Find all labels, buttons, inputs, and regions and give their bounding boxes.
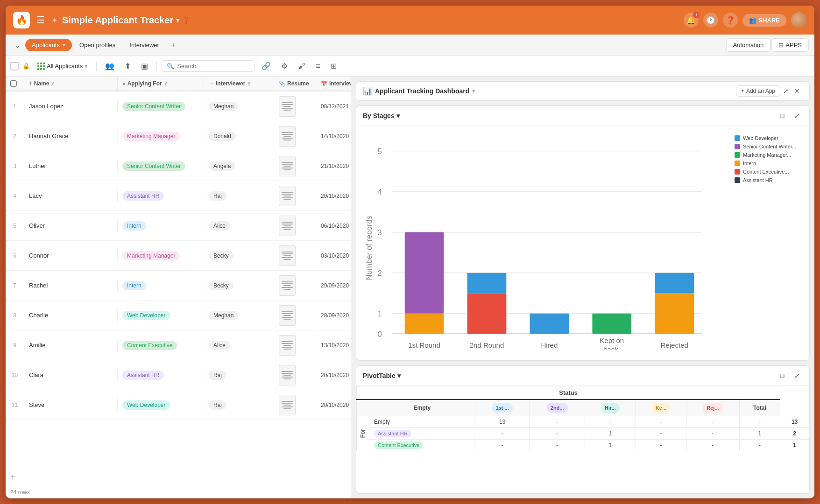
table-row[interactable]: 9 Amilie Content Executive Alice 13/10/2… bbox=[6, 330, 351, 360]
collapse-button[interactable]: ⌄ bbox=[11, 39, 24, 52]
th-t-icon: T bbox=[29, 81, 32, 86]
resume-line-4 bbox=[282, 227, 293, 228]
resume-icon bbox=[279, 245, 296, 266]
toolbar-filter-button[interactable]: ▣ bbox=[137, 60, 152, 72]
toolbar-export-button[interactable]: ⬆ bbox=[121, 60, 134, 72]
table-row[interactable]: 1 Jason Lopez Senior Content Writer Megh… bbox=[6, 91, 351, 121]
pivot-cell: - bbox=[686, 416, 740, 427]
row-resume[interactable] bbox=[274, 153, 316, 179]
chart-expand-icon[interactable]: ⤢ bbox=[792, 111, 803, 121]
row-resume[interactable] bbox=[274, 273, 316, 299]
table-row[interactable]: 4 Lacy Assistant HR Raj 20/10/2020 bbox=[6, 181, 351, 211]
header-checkbox[interactable] bbox=[10, 80, 17, 87]
add-tab-button[interactable]: + bbox=[167, 39, 180, 52]
resume-icon bbox=[279, 395, 296, 415]
row-resume[interactable] bbox=[274, 213, 316, 239]
notification-button[interactable]: 🔔 1 bbox=[684, 13, 699, 28]
pivot-cell: - bbox=[475, 427, 530, 439]
chart-container: 5 4 3 2 1 0 Number of records bbox=[356, 126, 809, 360]
row-resume[interactable] bbox=[274, 243, 316, 269]
toolbar-settings-button[interactable]: ⚙ bbox=[277, 60, 291, 72]
resume-line-1 bbox=[282, 162, 293, 163]
th-applying-sort[interactable]: ⊻ bbox=[164, 81, 167, 86]
add-app-button[interactable]: + Add an App bbox=[736, 85, 780, 97]
history-button[interactable]: 🕐 bbox=[703, 13, 718, 28]
resume-line-2 bbox=[282, 373, 293, 374]
pivot-cell: - bbox=[636, 416, 686, 427]
pivot-total-cell: 13 bbox=[780, 416, 809, 427]
hamburger-button[interactable]: ☰ bbox=[35, 13, 47, 28]
row-resume[interactable] bbox=[274, 332, 316, 358]
table-row[interactable]: 8 Charlie Web Developer Meghan 28/09/202… bbox=[6, 301, 351, 330]
th-applying: ● Applying For ⊻ bbox=[118, 77, 204, 91]
pivot-title[interactable]: PivotTable ▾ bbox=[363, 372, 401, 379]
th-resume-icon: 📎 bbox=[279, 81, 285, 87]
row-number: 7 bbox=[6, 280, 24, 292]
th-interviewer-sort[interactable]: ⊻ bbox=[247, 81, 250, 86]
toolbar-sort-button[interactable]: ≡ bbox=[312, 60, 324, 72]
toolbar-more-button[interactable]: ⊞ bbox=[327, 60, 340, 72]
pivot-title-text: PivotTable bbox=[363, 372, 396, 379]
share-button[interactable]: 👥 SHARE bbox=[742, 14, 786, 27]
title-chevron-icon[interactable]: ▾ bbox=[176, 16, 179, 24]
legend-color-swatch bbox=[735, 161, 740, 166]
toolbar-people-button[interactable]: 👥 bbox=[101, 60, 118, 72]
table-row[interactable]: 5 Oliver Intern Alice 06/10/2020 bbox=[6, 211, 351, 241]
help-button[interactable]: ❓ bbox=[723, 13, 738, 28]
th-arrow-icon: → bbox=[209, 81, 214, 86]
row-resume[interactable] bbox=[274, 93, 316, 119]
table-row[interactable]: 2 Hannah Grace Marketing Manager Donald … bbox=[6, 121, 351, 151]
table-row[interactable]: 11 Steve Web Developer Raj 20/10/2020 bbox=[6, 390, 351, 420]
chart-title[interactable]: By Stages ▾ bbox=[363, 112, 400, 119]
top-bar-icons: 🔔 1 🕐 ❓ 👥 SHARE bbox=[684, 12, 807, 28]
automation-button[interactable]: Automation bbox=[726, 38, 771, 52]
pivot-th-kept: Ke... bbox=[636, 399, 686, 416]
svg-text:2nd Round: 2nd Round bbox=[470, 341, 504, 349]
dashboard-chevron-icon[interactable]: ▾ bbox=[472, 88, 475, 94]
table-row[interactable]: 10 Clara Assistant HR Raj 20/10/2020 bbox=[6, 360, 351, 390]
search-icon: 🔍 bbox=[167, 63, 174, 70]
search-input[interactable] bbox=[177, 63, 250, 70]
tab-applicants-label: Applicants bbox=[32, 42, 60, 49]
table-row[interactable]: 6 Connor Marketing Manager Becky 03/10/2… bbox=[6, 241, 351, 271]
select-all-checkbox[interactable] bbox=[10, 62, 19, 70]
add-row-button[interactable]: + bbox=[6, 469, 351, 486]
row-resume[interactable] bbox=[274, 392, 316, 418]
for-label-text: For bbox=[357, 426, 369, 441]
toolbar-paint-button[interactable]: 🖌 bbox=[294, 60, 309, 72]
pivot-expand-icon[interactable]: ⤢ bbox=[792, 371, 803, 381]
pivot-cell: - bbox=[636, 427, 686, 439]
row-resume[interactable] bbox=[274, 302, 316, 329]
th-name-sort[interactable]: ⊻ bbox=[51, 81, 54, 86]
pivot-filter-icon[interactable]: ⊟ bbox=[777, 371, 788, 381]
pivot-tag: Assistant HR bbox=[374, 430, 411, 437]
tab-applicants[interactable]: Applicants ▾ bbox=[25, 39, 72, 51]
table-row[interactable]: 7 Rachel Intern Becky 29/09/2020 bbox=[6, 271, 351, 301]
chart-filter-icon[interactable]: ⊟ bbox=[777, 111, 788, 121]
title-question-icon[interactable]: ❓ bbox=[182, 16, 190, 24]
tab-interviewer[interactable]: Interviewer bbox=[123, 39, 166, 51]
expand-icon[interactable]: ⤢ bbox=[780, 86, 792, 96]
row-resume[interactable] bbox=[274, 183, 316, 209]
toolbar: 🔒 All Applicants ▾ 👥 ⬆ ▣ 🔍 🔗 ⚙ 🖌 ≡ ⊞ bbox=[6, 56, 814, 77]
interviewer-tag: Raj bbox=[209, 400, 226, 410]
tab-open-profiles[interactable]: Open profiles bbox=[73, 39, 122, 51]
apps-button[interactable]: ⊞ APPS bbox=[771, 38, 809, 52]
row-applying: Assistant HR bbox=[118, 368, 204, 383]
interviewer-tag: Alice bbox=[209, 341, 230, 350]
table-row[interactable]: 3 Luther Senior Content Writer Angela 21… bbox=[6, 151, 351, 181]
row-resume[interactable] bbox=[274, 123, 316, 149]
legend-color-swatch bbox=[735, 169, 740, 175]
resume-line-1 bbox=[282, 401, 293, 402]
pivot-cell: - bbox=[636, 439, 686, 451]
close-dashboard-icon[interactable]: ✕ bbox=[792, 86, 803, 96]
pivot-th-1st: 1st ... bbox=[475, 399, 530, 416]
th-date-icon: 📅 bbox=[321, 81, 327, 87]
user-avatar[interactable] bbox=[791, 12, 807, 28]
row-resume[interactable] bbox=[274, 362, 316, 388]
legend-item: Intern bbox=[735, 161, 800, 166]
resume-line-3 bbox=[283, 405, 291, 406]
search-input-wrap: 🔍 bbox=[162, 60, 255, 72]
view-selector[interactable]: All Applicants ▾ bbox=[34, 61, 92, 72]
toolbar-link-button[interactable]: 🔗 bbox=[258, 60, 275, 72]
